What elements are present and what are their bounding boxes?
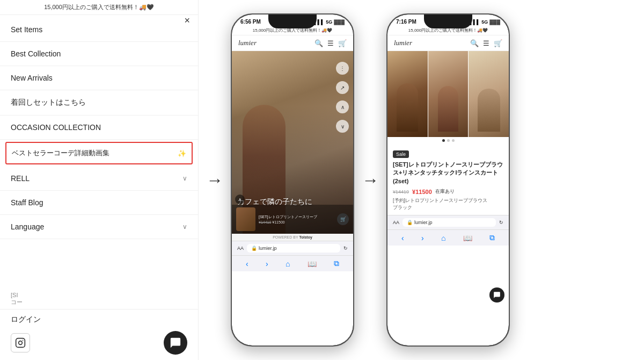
menu-item-occasion[interactable]: OCCASION COLLECTION [0,116,198,140]
product-title: [SET]レトロプリントノースリーブブラウス+リネンタッチタックIラインスカート… [393,161,503,185]
menu-item-staff-blog[interactable]: Staff Blog [0,191,198,215]
time-display-2: 7:16 PM [396,19,416,25]
announcement-bar-left: 15,000円以上のご購入で送料無料！🚚🖤 [0,0,198,15]
lock-icon-2: 🔒 [407,220,413,225]
menu-item-label: Staff Blog [11,198,43,207]
url-bar-1[interactable]: 🔒 lumier.jp [247,244,340,253]
chat-float-button-2[interactable] [489,287,504,303]
old-price: ¥14410 [393,189,409,195]
bottom-section: ログイン [0,309,198,360]
phone-notch-2 [424,15,472,28]
left-menu-panel: 15,000円以上のご購入で送料無料！🚚🖤 × Set Items Best C… [0,0,199,360]
browser-bar-2[interactable]: AA 🔒 lumier.jp ↻ [387,215,509,229]
forward-icon[interactable]: › [266,260,268,268]
video-content-1: カフェで隣の子たちに ⋮ ↗ ∧ ∨ ∧ [SET]レトロプリントノースリーブ … [232,51,353,234]
home-icon-2[interactable]: ⌂ [441,234,445,242]
bookmarks-icon[interactable]: 📖 [308,260,317,268]
product-thumbnail [236,207,255,231]
chevron-down-icon[interactable]: ∨ [336,120,349,133]
back-icon-2[interactable]: ‹ [401,234,404,242]
menu-item-label: New Arrivals [11,74,53,82]
product-photo-3 [469,51,509,137]
login-label[interactable]: ログイン [11,315,187,325]
phone-screen-2: 7:16 PM ▌▌▌ 5G ▓▓▓ 15,000円以上のご購入で送料無料！🚚🖤… [387,15,509,345]
partial-text-left: [SI コー [11,292,23,306]
network-type-1: 5G [326,19,332,25]
network-type-2: 5G [481,19,488,25]
arrow-icon: → [206,170,223,190]
battery-icon: ▓▓▓ [334,19,345,25]
browser-aa-1[interactable]: AA [237,246,244,251]
menu-item-label: RELL [11,174,30,183]
product-images-grid [387,51,509,137]
refresh-icon-2[interactable]: ↻ [499,220,503,225]
menu-item-language[interactable]: Language ∨ [0,215,198,239]
powered-by-bar: POWERED BY Tolstoy [232,234,353,241]
product-image-3 [469,51,509,137]
tabs-icon[interactable]: ⧉ [334,259,339,268]
social-row [11,331,187,355]
chevron-down-icon: ∨ [182,175,187,182]
menu-icon-2[interactable]: ☰ [483,39,489,47]
tabs-icon-2[interactable]: ⧉ [489,233,495,242]
menu-item-new-arrivals[interactable]: New Arrivals [0,66,198,90]
close-button[interactable]: × [184,15,190,26]
chevron-up-icon[interactable]: ∧ [336,100,349,113]
bookmarks-icon-2[interactable]: 📖 [463,234,472,242]
instagram-icon[interactable] [11,333,30,352]
arrow-1: → [199,0,231,360]
forward-icon-2[interactable]: › [421,234,424,242]
variant-info: [予約]レトロプリントノースリーブブラウス ブラック [393,197,503,211]
image-dot-indicator [387,137,509,144]
share-icon[interactable]: ↗ [336,81,349,94]
phone-screen-1: 6:56 PM ▌▌▌ 5G ▓▓▓ 15,000円以上のご購入で送料無料！🚚🖤… [232,15,353,345]
sale-badge: Sale [393,150,409,158]
video-side-controls[interactable]: ⋮ ↗ ∧ ∨ [336,62,349,133]
announcement-text-left: 15,000円以上のご購入で送料無料！🚚🖤 [44,4,154,10]
refresh-icon[interactable]: ↻ [343,246,348,251]
menu-item-set-items[interactable]: Set Items [0,18,198,42]
svg-rect-0 [16,339,25,348]
sparkle-icon: ✨ [178,149,186,157]
cart-icon[interactable]: 🛒 [338,39,347,47]
phone2-logo: lumier [394,39,412,47]
chat-bubble-icon[interactable] [164,331,187,355]
product-image-2 [428,51,469,137]
chevron-down-icon: ∨ [182,223,187,231]
product-info-small: [SET]レトロプリントノースリーブ ¥14410 ¥11500 [259,214,334,224]
menu-item-bestseller-video[interactable]: ベストセラーコーデ詳細動画集 ✨ [5,142,193,164]
menu-item-kichimawashi[interactable]: 着回しセットはこちら [0,90,198,116]
back-icon[interactable]: ‹ [246,260,248,268]
phone-mockup-1: 6:56 PM ▌▌▌ 5G ▓▓▓ 15,000円以上のご購入で送料無料！🚚🖤… [231,13,354,347]
product-image-1 [387,51,428,137]
product-name-small: [SET]レトロプリントノースリーブ [259,214,334,219]
browser-aa-2[interactable]: AA [393,220,399,225]
lock-icon: 🔒 [251,246,257,251]
cart-icon-2[interactable]: 🛒 [494,39,502,47]
menu-item-rell[interactable]: RELL ∨ [0,167,198,191]
phone-bottom-nav-1: ‹ › ⌂ 📖 ⧉ [232,255,353,271]
svg-point-1 [19,341,23,345]
add-to-cart-icon[interactable]: 🛒 [337,213,349,225]
phone1-logo: lumier [238,39,257,47]
menu-ctrl-icon[interactable]: ⋮ [336,62,349,75]
svg-point-2 [23,340,24,341]
dot-2 [447,139,450,142]
menu-item-label: Best Collection [11,49,61,58]
search-icon-2[interactable]: 🔍 [470,39,479,47]
menu-item-label: Language [11,222,44,231]
browser-bar-1[interactable]: AA 🔒 lumier.jp ↻ [232,241,353,255]
product-price-small: ¥14410 ¥11500 [259,220,334,224]
phone2-header: lumier 🔍 ☰ 🛒 [387,35,509,51]
menu-item-best-collection[interactable]: Best Collection [0,42,198,66]
search-icon[interactable]: 🔍 [314,39,323,47]
stock-status: 在庫あり [435,188,455,195]
menu-icon[interactable]: ☰ [327,39,334,47]
signal-indicators-2: ▌▌▌ 5G ▓▓▓ [470,19,500,25]
battery-icon-2: ▓▓▓ [489,19,500,25]
nav-menu: Set Items Best Collection New Arrivals 着… [0,18,198,239]
home-icon[interactable]: ⌂ [286,260,290,268]
video-bottom-bar: [SET]レトロプリントノースリーブ ¥14410 ¥11500 🛒 [232,205,353,234]
expand-icon[interactable]: ∧ [235,195,245,204]
url-bar-2[interactable]: 🔒 lumier.jp [402,218,496,227]
